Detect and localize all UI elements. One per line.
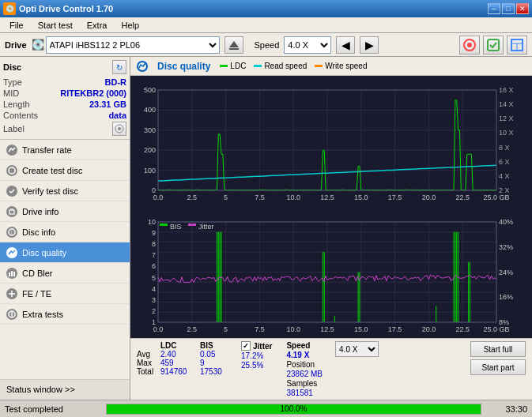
svg-rect-16 (9, 272, 10, 276)
stats-bar: LDC BIS Avg 2.40 0.05 Max 459 9 Total 91… (130, 338, 532, 400)
title-bar: 💿 Opti Drive Control 1.70 – □ ✕ (0, 0, 532, 17)
title-bar-buttons: – □ ✕ (488, 3, 529, 14)
chart-header: Disc quality LDC Read speed Write speed (130, 57, 532, 76)
drive-select[interactable]: ATAPI iHBS112 2 PL06 (46, 36, 220, 54)
speed-select[interactable]: 4.0 X 2.0 X 8.0 X (284, 36, 331, 54)
right-panel: Disc quality LDC Read speed Write speed (130, 57, 532, 400)
ldc-legend-label: LDC (230, 62, 246, 70)
write-speed-legend-dot (315, 65, 323, 67)
write-speed-legend-label: Write speed (325, 62, 367, 70)
drive-label: Drive (5, 40, 27, 50)
charts-container (130, 76, 532, 338)
nav-create-test-disc[interactable]: Create test disc (0, 160, 130, 181)
svg-point-3 (467, 43, 472, 47)
nav-disc-quality[interactable]: Disc quality (0, 242, 130, 263)
eject-button[interactable] (224, 36, 243, 54)
nav-disc-info[interactable]: i Disc info (0, 222, 130, 242)
left-panel: Disc ↻ Type BD-R MID RITEKBR2 (000) Leng… (0, 57, 130, 400)
status-window-button[interactable]: Status window >> (0, 379, 130, 400)
start-full-button[interactable]: Start full (470, 341, 526, 357)
label-icon-button[interactable] (112, 122, 126, 136)
time-text: 33:30 (488, 404, 527, 414)
avg-jitter-value: 17.2% (241, 351, 272, 360)
nav-fe-te-label: FE / TE (22, 289, 51, 299)
nav-disc-info-label: Disc info (22, 227, 55, 237)
create-test-disc-icon (6, 165, 17, 176)
extra-tests-icon (6, 309, 17, 320)
menu-file[interactable]: File (3, 19, 30, 32)
position-label: Position (286, 360, 323, 369)
disc-refresh-button[interactable]: ↻ (112, 60, 126, 74)
close-button[interactable]: ✕ (516, 3, 529, 14)
length-label: Length (3, 100, 30, 109)
mid-value: RITEKBR2 (000) (60, 88, 126, 98)
test-speed-select[interactable]: 4.0 X (335, 341, 379, 357)
max-jitter-value: 25.5% (241, 361, 272, 370)
nav-drive-info[interactable]: Drive info (0, 201, 130, 222)
contents-label: Contents (3, 111, 38, 120)
drive-info-icon (6, 206, 17, 217)
avg-row-label: Avg (137, 350, 160, 359)
ldc-col-header: LDC (160, 341, 200, 350)
action-btn-2[interactable] (483, 36, 504, 54)
legend-write-speed: Write speed (315, 62, 367, 70)
action-btn-1[interactable] (459, 36, 480, 54)
samples-label: Samples (286, 379, 323, 388)
speed-prev-button[interactable]: ◀ (336, 36, 355, 54)
disc-info-icon: i (6, 227, 17, 238)
nav-transfer-rate[interactable]: Transfer rate (0, 140, 130, 160)
speed-next-button[interactable]: ▶ (360, 36, 379, 54)
top-chart (130, 76, 532, 208)
menu-help[interactable]: Help (115, 19, 145, 32)
app-icon: 💿 (3, 2, 16, 15)
contents-value: data (108, 111, 126, 120)
jitter-label: Jitter (253, 342, 272, 351)
menu-bar: File Start test Extra Help (0, 17, 532, 33)
drive-bar: Drive 💽 ATAPI iHBS112 2 PL06 Speed 4.0 X… (0, 33, 532, 57)
nav-extra-tests[interactable]: Extra tests (0, 304, 130, 325)
disc-section-title: Disc (3, 62, 21, 72)
bis-col-header: BIS (200, 341, 232, 350)
progress-text: 100.0% (107, 404, 481, 414)
action-btn-3[interactable] (507, 36, 527, 54)
transfer-rate-icon (6, 145, 17, 156)
minimize-button[interactable]: – (488, 3, 500, 14)
mid-label: MID (3, 88, 19, 98)
samples-value: 381581 (286, 389, 323, 397)
menu-extra[interactable]: Extra (81, 19, 114, 32)
total-ldc-value: 914760 (160, 367, 200, 376)
chart-title: Disc quality (157, 61, 210, 72)
svg-rect-1 (229, 48, 239, 50)
type-value: BD-R (105, 77, 127, 87)
start-part-button[interactable]: Start part (470, 359, 526, 375)
status-text: Test completed (5, 404, 100, 414)
position-value: 23862 MB (286, 370, 323, 378)
read-speed-legend-dot (254, 65, 262, 67)
svg-point-10 (9, 167, 15, 174)
svg-rect-18 (13, 272, 15, 276)
svg-text:i: i (11, 230, 13, 235)
jitter-checkbox[interactable]: ✓ (241, 341, 251, 351)
read-speed-legend-label: Read speed (264, 62, 307, 70)
app-title: Opti Drive Control 1.70 (19, 4, 113, 13)
maximize-button[interactable]: □ (502, 3, 515, 14)
total-bis-value: 17530 (200, 367, 232, 376)
fe-te-icon (6, 288, 17, 299)
legend-read-speed: Read speed (254, 62, 307, 70)
menu-starttest[interactable]: Start test (32, 19, 79, 32)
nav-verify-test-disc[interactable]: Verify test disc (0, 181, 130, 201)
svg-rect-4 (488, 39, 499, 51)
nav-disc-quality-label: Disc quality (22, 248, 66, 257)
svg-point-9 (118, 127, 121, 130)
status-bar: Test completed 100.0% 33:30 (0, 400, 532, 417)
speed-select-section: 4.0 X (335, 341, 379, 357)
main-area: Disc ↻ Type BD-R MID RITEKBR2 (000) Leng… (0, 57, 532, 400)
nav-create-test-disc-label: Create test disc (22, 166, 82, 175)
svg-rect-11 (9, 210, 14, 214)
nav-fe-te[interactable]: FE / TE (0, 284, 130, 304)
max-ldc-value: 459 (160, 359, 200, 367)
nav-cd-bler[interactable]: CD Bler (0, 263, 130, 284)
max-row-label: Max (137, 359, 160, 367)
jitter-section: ✓ Jitter 17.2% 25.5% (241, 341, 272, 370)
speed-val: 4.19 X (286, 351, 323, 359)
